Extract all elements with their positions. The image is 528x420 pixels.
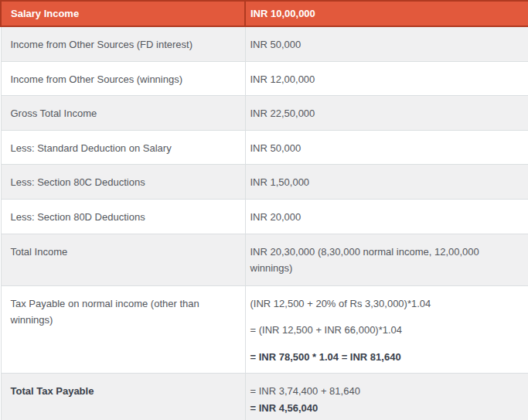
table-row: Total Tax Payable = INR 3,74,400 + 81,64… [1,374,528,420]
header-value-cell: INR 10,00,000 [245,1,528,26]
table-row: Total Income INR 20,30,000 (8,30,000 nor… [1,234,528,285]
table-row: Income from Other Sources (winnings) INR… [1,61,528,95]
calc-line-group: = INR 3,74,400 + 81,640= INR 4,56,040 [250,383,521,416]
row-label-cell: Gross Total Income [1,95,245,130]
table-row: Tax Payable on normal income (other than… [1,285,528,373]
table-row: Income from Other Sources (FD interest) … [1,26,528,61]
table-row: Less: Section 80D Deductions INR 20,000 [1,200,528,234]
tax-calculation-table: Salary Income INR 10,00,000 Income from … [0,0,528,420]
row-value-cell: INR 20,30,000 (8,30,000 normal income, 1… [245,234,528,285]
row-label-cell: Total Income [1,234,245,285]
row-value-cell: INR 1,50,000 [245,165,528,200]
calc-line-result: = INR 78,500 * 1.04 = INR 81,640 [250,349,521,365]
calc-line: = (INR 12,500 + INR 66,000)*1.04 [250,322,521,338]
row-value-cell: INR 20,000 [245,200,528,234]
row-label-cell: Income from Other Sources (winnings) [1,61,245,95]
row-value-cell: INR 50,000 [245,26,528,61]
calc-line: = INR 3,74,400 + 81,640 [250,385,360,397]
header-label-cell: Salary Income [1,1,245,26]
table-header-row: Salary Income INR 10,00,000 [1,1,528,26]
row-value-cell: INR 50,000 [245,130,528,164]
row-value-cell: (INR 12,500 + 20% of Rs 3,30,000)*1.04 =… [245,285,528,373]
row-label-cell: Less: Section 80C Deductions [1,165,245,200]
row-label-cell: Less: Section 80D Deductions [1,200,245,234]
calc-line: (INR 12,500 + 20% of Rs 3,30,000)*1.04 [250,295,521,312]
row-label-cell: Total Tax Payable [1,374,245,420]
row-value-cell: INR 22,50,000 [245,95,528,130]
table-row: Less: Standard Deduction on Salary INR 5… [1,130,528,164]
row-value-cell: INR 12,00,000 [245,61,528,95]
row-label-cell: Income from Other Sources (FD interest) [1,26,245,61]
table-row: Gross Total Income INR 22,50,000 [1,95,528,130]
row-label-cell: Tax Payable on normal income (other than… [1,285,245,373]
row-value-cell: = INR 3,74,400 + 81,640= INR 4,56,040 [245,374,528,420]
row-label-cell: Less: Standard Deduction on Salary [1,130,245,164]
calc-line-result: = INR 4,56,040 [250,402,319,414]
table-row: Less: Section 80C Deductions INR 1,50,00… [1,165,528,200]
